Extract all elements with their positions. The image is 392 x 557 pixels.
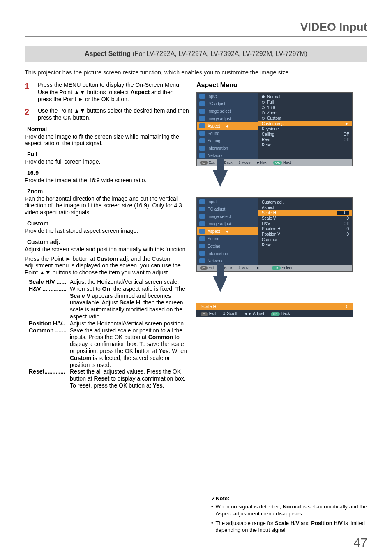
t: Yes [153, 382, 163, 389]
t: Zoom [267, 111, 278, 115]
image-select-icon [199, 109, 205, 114]
t: Back [281, 311, 290, 316]
t: Normal [283, 504, 301, 510]
t: Full [267, 100, 274, 104]
setting-icon [199, 244, 205, 248]
t: Note: [216, 495, 229, 501]
step-number: 2 [25, 107, 32, 122]
def-hv: H&V ............... When set to On, the … [25, 285, 189, 320]
t: Rear [262, 137, 271, 142]
osd-slider: Scale H 0 ▭ Exit ⇕ Scroll ◄► Adjust OK B… [196, 303, 353, 317]
sound-icon [199, 131, 205, 136]
right-column: Aspect Menu Input PC adjust Image select… [196, 81, 367, 389]
t: Aspect [130, 89, 150, 95]
t: Scroll [227, 311, 237, 316]
slider-row: Scale H 0 [196, 303, 353, 310]
r169-text: Provide the image at the 16:9 wide scree… [25, 177, 189, 184]
slider-label: Scale H [201, 304, 217, 309]
t: Network [208, 259, 223, 263]
customadj-text1: Adjust the screen scale and position man… [25, 246, 189, 253]
custom-heading: Custom [25, 220, 189, 227]
t: Reset [29, 368, 44, 375]
t: Scale V [70, 292, 90, 299]
t: Off [337, 132, 349, 137]
t: 0 [337, 216, 349, 220]
bullet-icon: • [211, 504, 213, 518]
opt-keystone: Keystone [262, 126, 349, 132]
note-box: ✓Note: •When no signal is detected, Norm… [211, 495, 367, 536]
osd2-posh: Position H0 [262, 226, 349, 232]
t: 0 [337, 227, 349, 231]
radio-icon [262, 95, 265, 98]
t: ►Next [256, 160, 267, 165]
arrow-down-icon [213, 276, 228, 292]
customadj-text2: Press the Point ► button at Custom adj. … [25, 255, 189, 276]
radio-icon [262, 106, 265, 109]
t: Common [148, 334, 173, 340]
exit-pill-icon: ▭ [200, 266, 208, 270]
pc-icon [199, 101, 205, 106]
t: 0 [337, 211, 349, 215]
osd2-reset: Reset [262, 242, 349, 248]
info-icon [199, 146, 205, 151]
t: Image select [208, 109, 231, 114]
def-position: Position H/V.. Adjust the Horizontal/Ver… [25, 320, 189, 327]
t: Custom [267, 116, 281, 121]
t: Sound [208, 237, 219, 241]
note-heading: ✓Note: [211, 495, 367, 502]
def-label: Scale H/V ...... [25, 278, 70, 285]
osd-item-input: Input [197, 198, 258, 205]
osd-options: Custom adj. Aspect Scale H0 Scale V0 H&V… [258, 198, 352, 265]
def-value: Adjust the Horizontal/Vertical screen po… [70, 320, 189, 327]
t: PC adjust [208, 207, 225, 211]
aspect-icon [199, 123, 205, 128]
osd-customadj-menu: Input PC adjust Image select Image adjus… [196, 197, 353, 272]
t: Aspect [208, 229, 220, 234]
note-item: •When no signal is detected, Normal is s… [211, 504, 367, 518]
def-value: When set to On, the aspect ratio is fixe… [70, 285, 189, 320]
def-label: Reset............. [25, 368, 70, 389]
t: Adjust [253, 311, 264, 316]
t: Select [281, 266, 292, 270]
t: Scale H/V [29, 278, 55, 285]
t: Position H/V [29, 320, 62, 327]
t: . When [168, 348, 187, 354]
left-column: 1 Press the MENU button to display the O… [25, 81, 189, 389]
osd-item-imageadjust: Image adjust [197, 115, 258, 122]
ok-pill-icon: OK [273, 161, 282, 165]
zoom-heading: Zoom [25, 188, 189, 195]
t: Image adjust [208, 222, 231, 226]
radio-icon [262, 117, 265, 120]
opt-zoom: Zoom [262, 110, 349, 116]
t: ►----- [256, 266, 266, 270]
t: Setting [208, 244, 220, 248]
osd-sidebar: Input PC adjust Image select Image adjus… [197, 198, 258, 265]
def-scale: Scale H/V ...... Adjust the Horizontal/V… [25, 278, 189, 285]
network-icon [199, 258, 205, 263]
sound-icon [199, 236, 205, 241]
t: On [102, 285, 110, 292]
exit-pill-icon: ▭ [201, 312, 208, 316]
t: Image adjust [208, 116, 231, 121]
section-title-bold: Aspect Setting [85, 50, 131, 57]
input-icon [199, 94, 205, 99]
def-common: Common ....... Save the adjusted scale o… [25, 327, 189, 369]
t: Normal [267, 95, 280, 99]
section-title: Aspect Setting (For LV-7292A, LV-7297A, … [25, 46, 367, 62]
t: Information [208, 251, 228, 256]
osd-item-setting: Setting [197, 242, 258, 250]
customadj-heading: Custom adj. [25, 239, 189, 245]
osd-item-information: Information [197, 144, 258, 152]
image-adjust-icon [199, 116, 205, 121]
network-icon [199, 153, 205, 158]
t: H&V [262, 221, 270, 226]
full-text: Provide the full screen image. [25, 158, 189, 165]
pc-icon [199, 207, 205, 211]
section-title-models: (For LV-7292A, LV-7297A, LV-7392A, LV-72… [133, 50, 307, 57]
slider-footer: ▭ Exit ⇕ Scroll ◄► Adjust OK Back [196, 310, 353, 317]
osd2-scalev: Scale V0 [262, 216, 349, 221]
opt-full: Full [262, 100, 349, 105]
t: Move [241, 160, 250, 165]
def-value: Save the adjusted scale or position to a… [70, 327, 189, 369]
normal-text: Provide the image to fit the screen size… [25, 133, 189, 147]
